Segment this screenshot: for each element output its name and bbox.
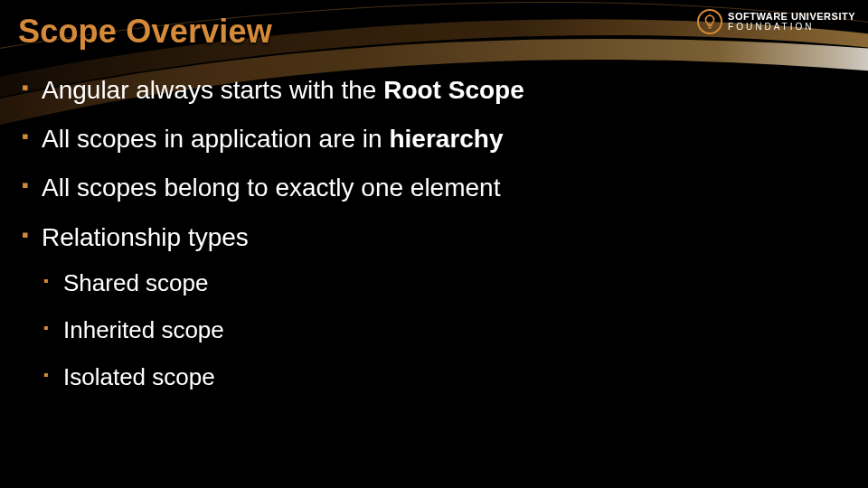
sub-bullet-item: Shared scope [42,270,850,297]
sub-bullet-text: Inherited scope [63,316,224,343]
logo-text: SOFTWARE UNIVERSITY FOUNDATION [728,12,855,32]
bullet-item: Relationship types Shared scope Inherite… [18,223,850,391]
logo-line2: FOUNDATION [728,23,855,33]
bullet-item: All scopes belong to exactly one element [18,174,850,202]
slide: Scope Overview Angular always starts wit… [0,0,868,488]
lightbulb-icon [697,9,722,34]
bullet-text: Angular always starts with the [42,76,383,104]
bullet-item: Angular always starts with the Root Scop… [18,76,850,105]
bullet-bold: hierarchy [389,125,503,153]
bullet-item: All scopes in application are in hierarc… [18,125,850,154]
bullet-text: Relationship types [42,223,249,251]
sub-bullet-list: Shared scope Inherited scope Isolated sc… [42,270,850,391]
bullet-text: All scopes belong to exactly one element [42,174,500,202]
bullet-text: All scopes in application are in [42,125,389,153]
sub-bullet-text: Shared scope [63,269,208,296]
logo-line1: SOFTWARE UNIVERSITY [728,12,855,23]
sub-bullet-item: Inherited scope [42,317,850,344]
sub-bullet-item: Isolated scope [42,364,850,391]
bullet-bold: Root Scope [383,76,524,104]
sub-bullet-text: Isolated scope [63,363,215,390]
bullet-list: Angular always starts with the Root Scop… [18,76,850,390]
logo: SOFTWARE UNIVERSITY FOUNDATION [697,9,855,34]
